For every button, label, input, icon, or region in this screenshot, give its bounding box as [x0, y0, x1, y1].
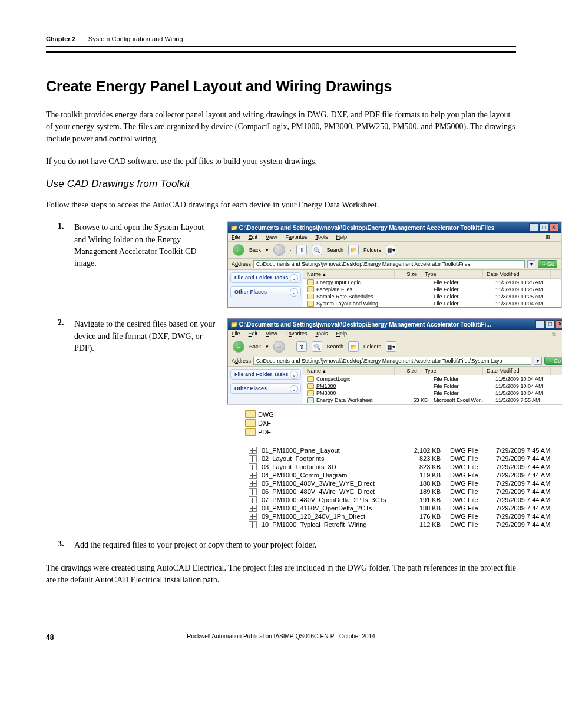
closing-para: The drawings were created using AutoCAD … [46, 562, 516, 587]
file-row[interactable]: Faceplate FilesFile Folder11/3/2009 10:2… [303, 286, 561, 293]
menu-file[interactable]: File [232, 331, 240, 337]
minimize-button[interactable]: _ [529, 223, 538, 232]
file-row[interactable]: CompactLogixFile Folder11/5/2009 10:04 A… [303, 375, 562, 383]
file-row[interactable]: System Layout and WiringFile Folder11/3/… [303, 300, 561, 307]
menu-edit[interactable]: Edit [249, 234, 258, 240]
views-button[interactable]: ▦▾ [386, 245, 396, 255]
menu-tools[interactable]: Tools [315, 234, 328, 240]
file-type: DWG File [445, 488, 487, 495]
menu-file[interactable]: File [232, 234, 240, 240]
folders-icon[interactable]: 📂 [348, 341, 359, 352]
file-row[interactable]: Sample Rate SchedulesFile Folder11/3/200… [303, 293, 561, 300]
back-button[interactable]: ← [233, 341, 244, 353]
col-date[interactable]: Date Modified [483, 367, 551, 375]
back-label: Back [249, 344, 261, 350]
file-name: Energy Data Worksheet [316, 397, 405, 403]
dwg-file-row[interactable]: 02_Layout_Footprints823 KBDWG File7/29/2… [249, 454, 562, 463]
dwg-file-row[interactable]: 06_PM1000_480V_4Wire_WYE_Direct189 KBDWG… [249, 487, 562, 496]
menu-help[interactable]: Help [336, 331, 347, 337]
maximize-button[interactable]: □ [546, 320, 555, 328]
file-row[interactable]: PM1000File Folder11/5/2009 10:04 AM [303, 383, 562, 390]
dwg-file-row[interactable]: 04_PM1000_Comm_Diagram119 KBDWG File7/29… [249, 471, 562, 479]
window-title: C:\Documents and Settings\jwnovak\Deskto… [239, 225, 494, 231]
dwg-icon [249, 521, 257, 528]
subfolder-item[interactable]: PDF [245, 428, 286, 436]
folder-name: PDF [258, 429, 271, 436]
file-row[interactable]: PM3000File Folder11/5/2009 10:04 AM [303, 390, 562, 397]
dwg-file-row[interactable]: 09_PM1000_120_240V_1Ph_Direct176 KBDWG F… [249, 512, 562, 521]
up-button[interactable]: ⇧ [296, 341, 307, 352]
dwg-file-row[interactable]: 05_PM1000_480V_3Wire_WYE_Direct188 KBDWG… [249, 479, 562, 487]
dwg-file-row[interactable]: 03_Layout_Footprints_3D823 KBDWG File7/2… [249, 463, 562, 471]
address-dropdown[interactable]: ▾ [527, 260, 535, 268]
file-date: 11/3/2009 7:55 AM [493, 397, 561, 403]
dwg-file-row[interactable]: 01_PM1000_Panel_Layout2,102 KBDWG File7/… [249, 446, 562, 454]
folder-icon [307, 301, 314, 307]
file-date: 7/29/2009 7:45 AM [491, 447, 562, 454]
other-places[interactable]: Other Places ⌄ [230, 286, 301, 297]
col-type[interactable]: Type [421, 367, 483, 375]
column-headers[interactable]: Name ▴ Size Type Date Modified [303, 367, 562, 375]
subfolder-item[interactable]: DWG [245, 410, 286, 418]
back-dropdown[interactable]: ▾ [266, 247, 269, 253]
col-size[interactable]: Size [395, 270, 421, 278]
menu-favorites[interactable]: Favorites [285, 331, 307, 337]
col-size[interactable]: Size [395, 367, 421, 375]
menu-view[interactable]: View [266, 331, 277, 337]
views-button[interactable]: ▦▾ [386, 341, 396, 352]
column-headers[interactable]: Name ▴ Size Type Date Modified [303, 270, 561, 279]
file-size: 2,102 KB [402, 447, 441, 454]
col-type[interactable]: Type [421, 270, 483, 278]
file-size: 189 KB [402, 488, 441, 495]
file-name: PM1000 [316, 383, 405, 389]
menu-favorites[interactable]: Favorites [285, 234, 307, 240]
toolbar: ← Back ▾ → · ⇧ 🔍 Search 📂 Folders ▦▾ [228, 242, 561, 259]
file-type: DWG File [445, 455, 487, 462]
file-name: 01_PM1000_Panel_Layout [262, 447, 397, 454]
menubar: File Edit View Favorites Tools Help ⊞ [228, 330, 562, 338]
file-date: 11/3/2009 10:25 AM [493, 279, 561, 285]
dwg-icon [249, 513, 257, 520]
dwg-icon [249, 463, 257, 470]
other-places[interactable]: Other Places ⌄ [230, 383, 301, 394]
menu-help[interactable]: Help [336, 234, 347, 240]
forward-button[interactable]: → [273, 341, 285, 353]
back-button[interactable]: ← [233, 244, 244, 256]
step-1-text: Browse to and open the System Layout and… [74, 222, 216, 269]
close-button[interactable]: × [549, 223, 558, 232]
folder-icon [307, 390, 314, 396]
file-name: 06_PM1000_480V_4Wire_WYE_Direct [262, 488, 397, 495]
file-folder-tasks[interactable]: File and Folder Tasks ⌄ [230, 369, 301, 380]
go-button[interactable]: → Go [538, 260, 557, 268]
address-dropdown[interactable]: ▾ [534, 357, 542, 365]
up-button[interactable]: ⇧ [296, 245, 307, 255]
col-date[interactable]: Date Modified [483, 270, 551, 278]
menu-view[interactable]: View [266, 234, 277, 240]
col-name[interactable]: Name ▴ [303, 367, 395, 375]
maximize-button[interactable]: □ [539, 223, 548, 232]
col-name[interactable]: Name ▴ [303, 270, 395, 278]
search-icon[interactable]: 🔍 [312, 341, 322, 352]
dwg-icon [249, 480, 257, 487]
file-row[interactable]: Energy Data Worksheet53 KBMicrosoft Exce… [303, 397, 562, 404]
dwg-file-row[interactable]: 07_PM1000_480V_OpenDelta_2PTs_3CTs191 KB… [249, 496, 562, 504]
file-folder-tasks[interactable]: File and Folder Tasks ⌄ [230, 272, 301, 283]
search-icon[interactable]: 🔍 [312, 245, 322, 255]
forward-button[interactable]: → [273, 244, 285, 256]
menu-edit[interactable]: Edit [249, 331, 258, 337]
back-dropdown[interactable]: ▾ [266, 344, 269, 350]
file-type: File Folder [431, 390, 493, 396]
folders-label: Folders [363, 344, 381, 350]
address-field[interactable]: C:\Documents and Settings\jwnovak\Deskto… [253, 357, 531, 365]
folders-label: Folders [363, 247, 381, 253]
dwg-file-row[interactable]: 10_PM1000_Typical_Retrofit_Wiring112 KBD… [249, 521, 562, 529]
menu-tools[interactable]: Tools [315, 331, 328, 337]
go-button[interactable]: → Go [544, 357, 562, 365]
dwg-file-row[interactable]: 08_PM1000_4160V_OpenDelta_2CTs188 KBDWG … [249, 504, 562, 512]
subfolder-item[interactable]: DXF [245, 419, 286, 427]
close-button[interactable]: × [556, 320, 562, 328]
minimize-button[interactable]: _ [535, 320, 545, 328]
file-row[interactable]: Energy Input LogicFile Folder11/3/2009 1… [303, 279, 561, 286]
address-field[interactable]: C:\Documents and Settings\jwnovak\Deskto… [253, 260, 525, 268]
folders-icon[interactable]: 📂 [348, 245, 359, 255]
